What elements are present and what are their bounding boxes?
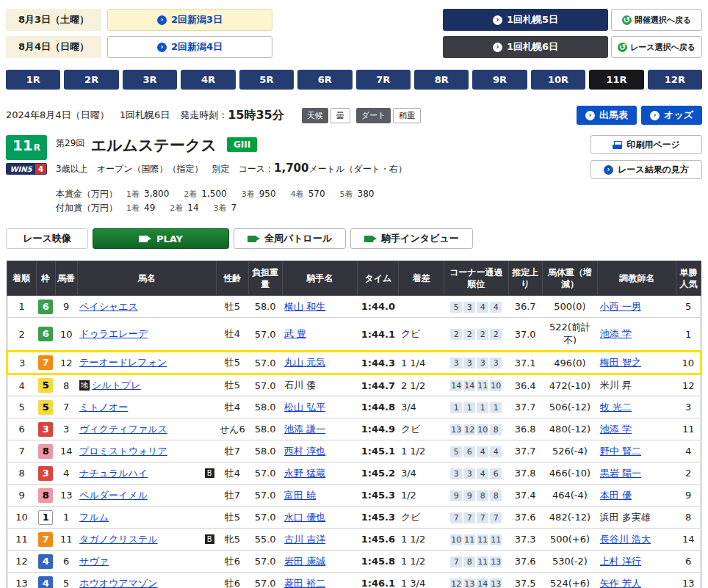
horse-name-link[interactable]: テーオードレフォン — [79, 357, 167, 368]
horse-name-link[interactable]: シルトプレ — [92, 380, 141, 391]
corner-position: 4 — [477, 302, 488, 313]
trainer-link[interactable]: 本田 優 — [600, 490, 632, 501]
race-tab-3r[interactable]: 3R — [123, 70, 177, 90]
trainer-cell: 池添 学 — [598, 318, 676, 352]
jockey-link[interactable]: 富田 暁 — [284, 490, 316, 501]
meeting-button-label: 2回新潟3日 — [171, 13, 223, 26]
odds-button[interactable]: › オッズ — [641, 106, 702, 125]
prize-amount: 14 — [187, 203, 198, 213]
prize-add: 1着492着143着7 — [126, 203, 251, 214]
trainer-link[interactable]: 梅田 智之 — [600, 357, 641, 368]
trainer-link[interactable]: 上村 洋行 — [600, 556, 641, 567]
surface-label: ダート — [356, 108, 391, 123]
race-tab-12r[interactable]: 12R — [648, 70, 702, 90]
print-page-button[interactable]: 印刷用ページ — [590, 135, 702, 154]
win-favorite-cell: 9 — [676, 484, 701, 507]
jockey-link[interactable]: 武 豊 — [284, 328, 306, 339]
corner-position: 10 — [490, 380, 502, 391]
jockey-link[interactable]: 水口 優也 — [284, 512, 325, 523]
jockey-link[interactable]: 松山 弘平 — [284, 402, 325, 413]
jockey-link[interactable]: 西村 淳也 — [284, 446, 325, 457]
horse-weight-cell: 500(0) — [542, 296, 598, 318]
trainer-link[interactable]: 池添 学 — [600, 424, 632, 435]
results-guide-button[interactable]: › レース結果の見方 — [590, 160, 702, 179]
back-to-race-select-button[interactable]: ↺ レース選択へ戻る — [611, 36, 702, 58]
results-thead: 着順枠馬番馬名性齢負担重量騎手名タイム着差コーナー通過順位推定上り馬体重（増減）… — [7, 261, 701, 296]
horse-weight-cell: 496(0) — [542, 352, 598, 374]
jockey-link[interactable]: 丸山 元気 — [284, 357, 325, 368]
horse-name-link[interactable]: ナチュラルハイ — [79, 468, 148, 479]
margin-cell: 2 1/2 — [399, 374, 444, 396]
finish-position-cell: 6 — [7, 418, 37, 440]
frame-cell: 5 — [36, 396, 55, 418]
meeting-button-niigata4[interactable]: › 2回新潟4日 — [107, 36, 272, 58]
horse-name-link[interactable]: ホウオウアマゾン — [79, 578, 157, 588]
horse-name-link[interactable]: プロミストウォリア — [79, 446, 167, 457]
horse-weight-cell: 506(-12) — [542, 396, 598, 418]
horse-name-cell: ペイシャエス — [77, 296, 217, 318]
trainer-link[interactable]: 牧 光二 — [600, 402, 632, 413]
corner-position: 14 — [463, 380, 475, 391]
race-tab-11r[interactable]: 11R — [589, 70, 643, 90]
horse-name-link[interactable]: ペルダーイメル — [79, 490, 148, 501]
back-button-label: レース選択へ戻る — [630, 42, 696, 53]
back-to-meeting-select-button[interactable]: ↺ 開催選択へ戻る — [611, 9, 702, 31]
trainer-link[interactable]: 小西 一男 — [600, 301, 641, 312]
horse-name-link[interactable]: ドゥラエレーデ — [79, 328, 148, 339]
race-tab-10r[interactable]: 10R — [531, 70, 585, 90]
trainer-link[interactable]: 野中 賢二 — [600, 446, 641, 457]
trainer-cell: 長谷川 浩大 — [598, 529, 676, 551]
corner-position: 8 — [490, 490, 502, 501]
horse-name-cell: ペルダーイメル — [77, 484, 217, 507]
frame-cell: 3 — [36, 462, 55, 484]
horse-name-link[interactable]: ペイシャエス — [79, 301, 138, 312]
race-tab-9r[interactable]: 9R — [472, 70, 527, 90]
meeting-button-niigata3[interactable]: › 2回新潟3日 — [107, 9, 272, 31]
weight-carried-cell: 57.0 — [248, 462, 282, 484]
weight-carried-cell: 58.0 — [248, 418, 282, 440]
jockey-link[interactable]: 池添 謙一 — [284, 424, 325, 435]
jockey-link[interactable]: 横山 和生 — [284, 301, 325, 312]
trainer-link[interactable]: 黒岩 陽一 — [600, 468, 641, 479]
trainer-link[interactable]: 池添 学 — [600, 328, 632, 339]
win-favorite-cell: 1 — [676, 318, 701, 352]
horse-name-link[interactable]: サヴァ — [79, 556, 109, 567]
result-row-horse-12: 3712テーオードレフォン牡557.0丸山 元気1:44.31 1/433333… — [7, 352, 701, 374]
jockey-link[interactable]: 永野 猛蔵 — [284, 468, 325, 479]
race-tab-8r[interactable]: 8R — [414, 70, 469, 90]
horse-name-cell: テーオードレフォン — [77, 352, 217, 374]
horse-name-link[interactable]: フルム — [79, 512, 109, 523]
meeting-button-sapporo6-selected[interactable]: › 1回札幌6日 — [443, 36, 608, 58]
patrol-video-button[interactable]: 全周パトロール — [234, 228, 346, 249]
race-tab-7r[interactable]: 7R — [356, 70, 411, 90]
horse-name-cell: Bタガノクリステル — [77, 529, 217, 551]
weight-carried-cell: 57.0 — [248, 551, 282, 573]
race-tab-1r[interactable]: 1R — [6, 70, 60, 90]
horse-name-link[interactable]: タガノクリステル — [79, 534, 157, 545]
last-3f-cell: 36.8 — [508, 418, 542, 440]
corner-position: 8 — [463, 556, 475, 567]
race-tab-5r[interactable]: 5R — [239, 70, 294, 90]
meeting-button-sapporo5[interactable]: › 1回札幌5日 — [443, 9, 608, 31]
race-conditions-pre: 3歳以上 オープン（国際）（指定） 別定 コース： — [56, 164, 274, 174]
jockey-link[interactable]: 岩田 康誠 — [284, 556, 325, 567]
race-tab-6r[interactable]: 6R — [297, 70, 352, 90]
trainer-link[interactable]: 矢作 芳人 — [600, 578, 641, 588]
race-tab-2r[interactable]: 2R — [64, 70, 118, 90]
horse-name-link[interactable]: ミトノオー — [79, 402, 128, 413]
result-row-horse-4: 834Bナチュラルハイ牡457.0永野 猛蔵1:45.23/4334637.84… — [7, 462, 701, 484]
interview-button-label: 騎手インタビュー — [381, 232, 459, 245]
jockey-interview-button[interactable]: 騎手インタビュー — [350, 228, 473, 249]
play-video-button[interactable]: PLAY — [93, 228, 229, 249]
horse-name-link[interactable]: ヴィクティファルス — [79, 424, 167, 435]
horse-name-cell: Bナチュラルハイ — [77, 462, 217, 484]
jockey-link[interactable]: 菱田 裕二 — [284, 578, 325, 588]
frame-badge: 7 — [38, 532, 53, 547]
entries-button[interactable]: › 出馬表 — [577, 106, 637, 125]
results-header-row: 着順枠馬番馬名性齢負担重量騎手名タイム着差コーナー通過順位推定上り馬体重（増減）… — [7, 261, 701, 296]
horse-number-cell: 9 — [55, 296, 77, 318]
trainer-link[interactable]: 長谷川 浩大 — [600, 534, 651, 545]
weight-carried-cell: 57.0 — [248, 374, 282, 396]
race-tab-4r[interactable]: 4R — [181, 70, 235, 90]
jockey-link[interactable]: 古川 吉洋 — [284, 534, 325, 545]
